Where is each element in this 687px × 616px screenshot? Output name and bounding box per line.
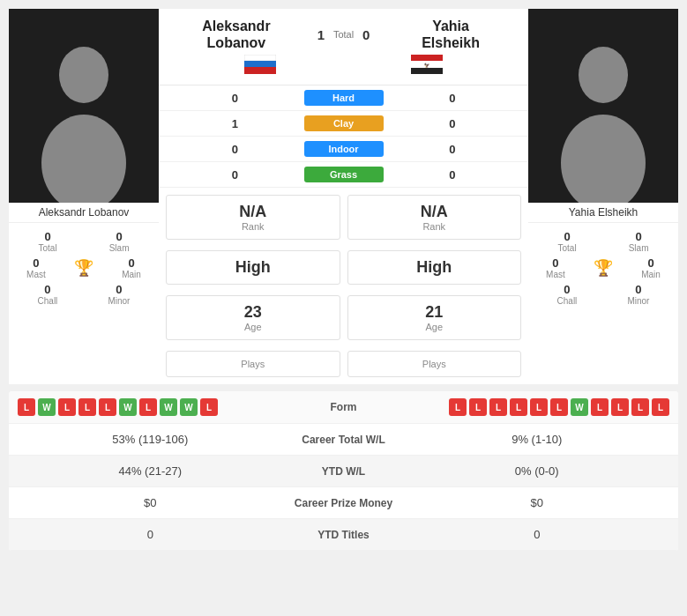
player1-column: Aleksandr Lobanov 0 Total 0 Slam 0 bbox=[9, 9, 159, 384]
player2-minor-lbl: Minor bbox=[627, 296, 649, 306]
flag-russia-icon bbox=[244, 55, 276, 74]
names-header: Aleksandr Lobanov 1 Total 0 Yahia Elshei… bbox=[159, 9, 528, 55]
player1-form-badges: LWLLLWLWWL bbox=[18, 398, 300, 416]
grass-label: Grass bbox=[330, 169, 357, 180]
form-badge: W bbox=[571, 398, 588, 416]
player1-age-lbl: Age bbox=[244, 322, 262, 332]
player1-career-wl: 53% (119-106) bbox=[23, 433, 278, 446]
form-badge: L bbox=[489, 398, 507, 416]
player2-name-header-text: Yahia Elsheikh bbox=[422, 19, 480, 50]
player2-prize: $0 bbox=[410, 496, 665, 509]
player1-minor-lbl: Minor bbox=[108, 296, 130, 306]
player2-form-badges: LLLLLLWLLLL bbox=[388, 398, 670, 416]
player2-mast-block: 0 Mast bbox=[546, 256, 565, 279]
player2-chall-lbl: Chall bbox=[557, 296, 578, 306]
player1-mast-block: 0 Mast bbox=[26, 256, 46, 279]
indoor-surface-btn[interactable]: Indoor bbox=[304, 141, 384, 157]
player1-minor-val: 0 bbox=[116, 283, 122, 296]
player2-center-stats: N/A Rank High 21 Age Plays bbox=[344, 191, 526, 381]
ytd-wl-label: YTD W/L bbox=[278, 465, 410, 478]
player2-stats: 0 Total 0 Slam 0 Mast 🏆 0 bbox=[528, 223, 678, 384]
player1-high-val: High bbox=[235, 258, 271, 277]
player2-age-val: 21 bbox=[425, 303, 443, 322]
player2-minor-val: 0 bbox=[635, 283, 641, 296]
clay-score-p1: 1 bbox=[166, 117, 304, 130]
player1-mast-val: 0 bbox=[33, 256, 39, 270]
center-stats-area: N/A Rank High 23 Age Plays bbox=[159, 188, 528, 384]
svg-rect-4 bbox=[244, 67, 276, 74]
form-badge: L bbox=[469, 398, 487, 416]
player1-slam-block: 0 Slam bbox=[109, 230, 130, 253]
form-badge: L bbox=[18, 398, 35, 416]
player2-chall-block: 0 Chall bbox=[557, 283, 578, 306]
player2-titles: 0 bbox=[410, 528, 665, 541]
player1-total-score: 1 bbox=[314, 27, 328, 42]
player1-center-stats: N/A Rank High 23 Age Plays bbox=[162, 191, 344, 381]
player1-name-header: Aleksandr Lobanov bbox=[166, 18, 307, 51]
player2-total-lbl: Total bbox=[558, 243, 577, 253]
svg-point-1 bbox=[41, 115, 126, 203]
player2-name-text: Yahia Elsheikh bbox=[569, 206, 638, 219]
player1-total-block: 0 Total bbox=[39, 230, 57, 253]
player1-flag bbox=[244, 55, 276, 78]
form-badge: L bbox=[58, 398, 76, 416]
svg-rect-5 bbox=[411, 55, 443, 61]
player1-main-block: 0 Main bbox=[122, 256, 141, 279]
player1-name-text: Aleksandr Lobanov bbox=[39, 206, 130, 219]
clay-surface-btn[interactable]: Clay bbox=[304, 115, 384, 131]
player2-age-lbl: Age bbox=[425, 322, 443, 332]
indoor-score-p1: 0 bbox=[166, 143, 304, 156]
surface-hard-row: 0 Hard 0 bbox=[159, 85, 528, 111]
player2-total-val: 0 bbox=[564, 230, 570, 243]
player2-slam-lbl: Slam bbox=[629, 243, 649, 253]
player2-career-wl: 9% (1-10) bbox=[410, 433, 665, 446]
svg-point-0 bbox=[59, 47, 108, 103]
player2-high-block: High bbox=[347, 250, 522, 285]
player1-age-val: 23 bbox=[244, 303, 262, 322]
player1-age-block: 23 Age bbox=[166, 295, 340, 340]
player1-slam-lbl: Slam bbox=[109, 243, 130, 253]
player1-name-header-text: Aleksandr Lobanov bbox=[202, 19, 270, 50]
player2-main-lbl: Main bbox=[641, 270, 661, 279]
player2-total-block: 0 Total bbox=[558, 230, 577, 253]
career-wl-label: Career Total W/L bbox=[278, 434, 410, 446]
svg-rect-2 bbox=[244, 55, 276, 61]
form-badge: L bbox=[530, 398, 548, 416]
player1-main-val: 0 bbox=[128, 256, 134, 270]
form-row: LWLLLWLWWL Form LLLLLLWLLLL bbox=[9, 391, 678, 424]
svg-text:🦅: 🦅 bbox=[424, 63, 430, 69]
indoor-label: Indoor bbox=[328, 144, 358, 154]
form-badge: L bbox=[139, 398, 157, 416]
prize-label: Career Prize Money bbox=[278, 497, 410, 509]
svg-rect-3 bbox=[244, 61, 276, 67]
prize-row: $0 Career Prize Money $0 bbox=[9, 487, 678, 519]
player1-rank-val: N/A bbox=[239, 203, 266, 221]
hard-surface-btn[interactable]: Hard bbox=[304, 90, 384, 106]
grass-surface-btn[interactable]: Grass bbox=[304, 167, 384, 182]
player2-minor-block: 0 Minor bbox=[627, 283, 649, 306]
form-badge: L bbox=[611, 398, 629, 416]
total-score-row: 1 Total 0 bbox=[307, 26, 380, 48]
titles-label: YTD Titles bbox=[278, 529, 410, 541]
player1-plays-block: Plays bbox=[166, 351, 340, 377]
svg-rect-7 bbox=[411, 68, 443, 74]
player1-total-val: 0 bbox=[44, 230, 50, 243]
surface-grass-row: 0 Grass 0 bbox=[159, 162, 528, 188]
player1-rank-block: N/A Rank bbox=[166, 195, 340, 240]
player2-age-block: 21 Age bbox=[347, 295, 522, 340]
player2-slam-block: 0 Slam bbox=[629, 230, 649, 253]
center-column: Aleksandr Lobanov 1 Total 0 Yahia Elshei… bbox=[159, 9, 528, 384]
grass-score-p2: 0 bbox=[384, 168, 522, 182]
player1-plays-lbl: Plays bbox=[241, 359, 265, 369]
surface-rows: 0 Hard 0 1 Clay 0 0 Indoor bbox=[159, 85, 528, 188]
player2-rank-lbl: Rank bbox=[422, 221, 445, 232]
form-badge: L bbox=[200, 398, 218, 416]
player2-photo bbox=[528, 9, 678, 203]
form-badge: W bbox=[180, 398, 198, 416]
player2-flag: 🦅 bbox=[411, 55, 443, 78]
svg-point-10 bbox=[561, 115, 646, 203]
form-badge: L bbox=[550, 398, 568, 416]
player1-chall-val: 0 bbox=[44, 283, 50, 296]
player2-total-score: 0 bbox=[359, 27, 373, 42]
player2-slam-val: 0 bbox=[635, 230, 641, 243]
